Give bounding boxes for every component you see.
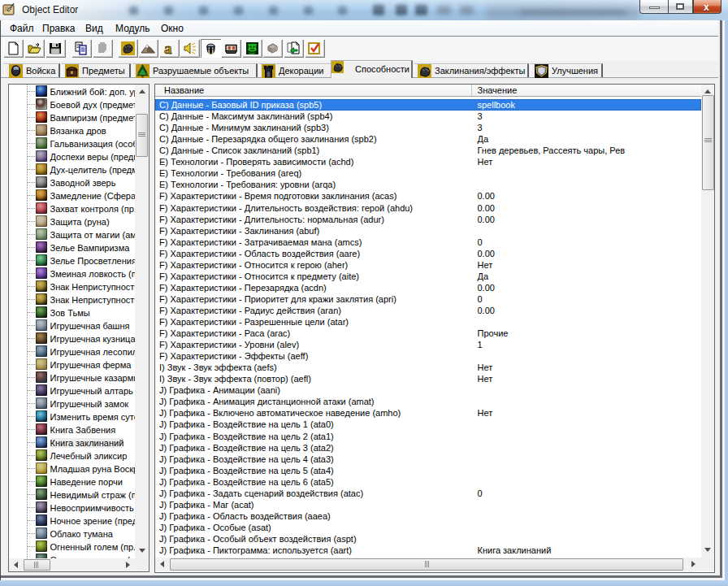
svg-text:a: a [164,41,172,55]
